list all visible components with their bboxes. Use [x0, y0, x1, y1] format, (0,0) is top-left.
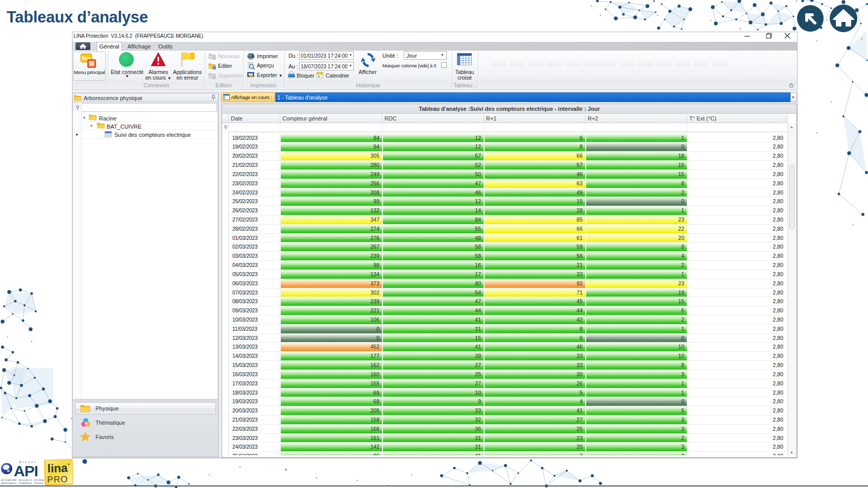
svg-text:MAINTENANCE · DÉPANNAGE · TÉLÉ: MAINTENANCE · DÉPANNAGE · TÉLÉGESTION · …	[1, 482, 44, 484]
svg-text:PRO: PRO	[47, 474, 68, 485]
svg-text:AUTOMATISME · RÉGULATION · INF: AUTOMATISME · RÉGULATION · INFORMATIQUE …	[1, 479, 44, 481]
svg-text:lina: lina	[47, 461, 67, 475]
svg-text:API: API	[14, 462, 38, 479]
